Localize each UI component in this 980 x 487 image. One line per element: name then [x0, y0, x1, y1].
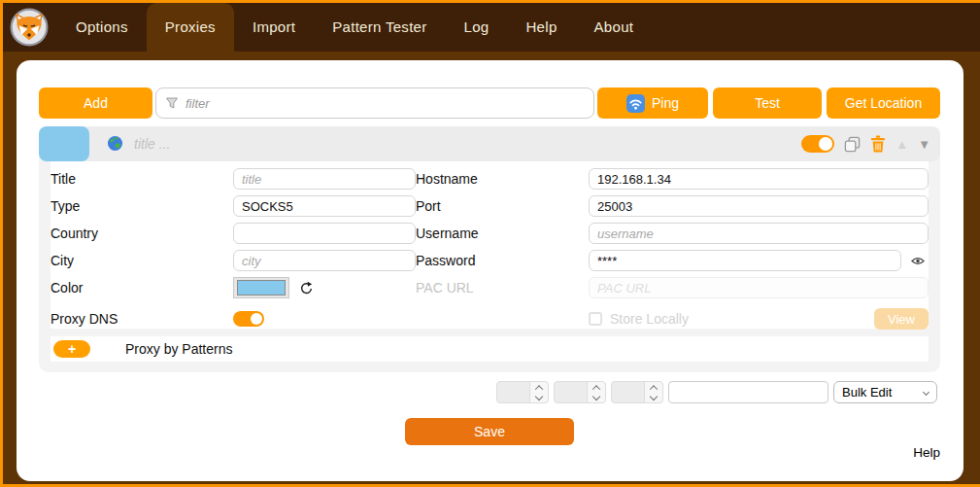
toggle-knob — [819, 137, 832, 151]
type-label: Type — [51, 198, 233, 214]
refresh-icon[interactable] — [299, 281, 314, 296]
color-picker[interactable] — [233, 277, 289, 298]
password-input[interactable] — [589, 250, 901, 271]
tab-log[interactable]: Log — [446, 3, 508, 52]
test-button[interactable]: Test — [713, 87, 822, 119]
app-header: Options Proxies Import Pattern Tester Lo… — [3, 3, 980, 52]
filter-input[interactable] — [155, 87, 594, 119]
username-label: Username — [416, 226, 589, 241]
number-spinner-1[interactable] — [496, 381, 549, 403]
view-button: View — [874, 308, 929, 330]
proxy-dns-label: Proxy DNS — [51, 311, 233, 327]
spinner-arrows-icon[interactable] — [529, 382, 548, 402]
color-label: Color — [51, 280, 233, 296]
bulk-value-input[interactable] — [668, 381, 828, 403]
password-label: Password — [416, 253, 589, 268]
ping-button[interactable]: Ping — [597, 87, 708, 119]
bulk-edit-controls: Bulk Edit — [17, 381, 937, 403]
chevron-down-icon — [923, 389, 929, 396]
proxy-card: title ... ▲ ▼ Title — [39, 126, 940, 372]
bulk-edit-selected-value: Bulk Edit — [842, 385, 892, 400]
filter-field — [155, 87, 594, 119]
title-input[interactable] — [233, 168, 416, 190]
wifi-icon — [626, 94, 645, 113]
form-column-left: Title Type Country City — [51, 165, 416, 329]
proxy-color-indicator — [39, 126, 89, 161]
spinner-arrows-icon[interactable] — [644, 382, 662, 402]
store-locally-label: Store Locally — [610, 311, 689, 327]
pac-url-input — [589, 277, 929, 298]
proxy-enabled-toggle[interactable] — [801, 135, 834, 153]
help-link[interactable]: Help — [913, 445, 940, 460]
triangle-up-icon[interactable]: ▲ — [896, 138, 908, 151]
proxy-dns-toggle[interactable] — [233, 311, 264, 327]
color-swatch — [237, 280, 286, 296]
type-select[interactable] — [233, 195, 416, 217]
toolbar: Add Ping Test Get Location — [39, 87, 940, 119]
country-input[interactable] — [233, 223, 416, 244]
tab-import[interactable]: Import — [234, 3, 314, 52]
hostname-input[interactable] — [589, 168, 929, 190]
proxy-form: Title Type Country City — [51, 161, 929, 329]
number-spinner-2[interactable] — [554, 381, 606, 403]
tab-proxies[interactable]: Proxies — [147, 3, 234, 60]
port-label: Port — [416, 198, 589, 214]
tab-about[interactable]: About — [576, 3, 653, 52]
add-proxy-button[interactable]: Add — [39, 87, 152, 119]
get-location-button[interactable]: Get Location — [827, 87, 940, 119]
country-label: Country — [51, 226, 233, 241]
foxyproxy-window: Options Proxies Import Pattern Tester Lo… — [0, 0, 980, 487]
proxy-by-patterns-label: Proxy by Patterns — [125, 341, 233, 357]
username-input[interactable] — [589, 223, 929, 244]
store-locally-row: Store Locally View — [589, 308, 929, 330]
main-panel: Add Ping Test Get Location title ... — [17, 60, 963, 481]
bulk-edit-select[interactable]: Bulk Edit — [833, 381, 937, 403]
proxy-by-patterns-row: + Proxy by Patterns — [51, 336, 929, 362]
title-label: Title — [51, 171, 233, 187]
triangle-down-icon[interactable]: ▼ — [918, 138, 930, 151]
tab-help[interactable]: Help — [507, 3, 575, 52]
globe-icon — [107, 135, 123, 156]
proxy-card-header: title ... ▲ ▼ — [39, 126, 940, 161]
nav-tabs: Options Proxies Import Pattern Tester Lo… — [57, 3, 652, 60]
pac-url-label: PAC URL — [416, 280, 589, 296]
port-input[interactable] — [589, 195, 929, 217]
number-spinner-3[interactable] — [611, 381, 663, 403]
tab-pattern-tester[interactable]: Pattern Tester — [314, 3, 445, 52]
city-input[interactable] — [233, 250, 416, 271]
duplicate-icon[interactable] — [844, 136, 861, 153]
hostname-label: Hostname — [416, 171, 589, 187]
foxyproxy-logo-icon — [9, 7, 50, 48]
toggle-knob — [251, 313, 262, 325]
store-locally-checkbox — [589, 312, 602, 326]
add-pattern-button[interactable]: + — [53, 340, 90, 358]
proxy-title-display[interactable]: title ... — [134, 126, 170, 161]
spinner-arrows-icon[interactable] — [587, 382, 605, 402]
tab-options[interactable]: Options — [57, 3, 147, 52]
ping-button-label: Ping — [652, 95, 679, 111]
funnel-icon — [165, 96, 179, 110]
city-label: City — [51, 253, 233, 268]
proxy-card-actions: ▲ ▼ — [801, 126, 930, 161]
form-column-right: Hostname Port Username Password — [416, 165, 929, 329]
save-button[interactable]: Save — [405, 418, 574, 445]
trash-icon[interactable] — [870, 135, 886, 153]
eye-icon[interactable] — [911, 257, 925, 265]
